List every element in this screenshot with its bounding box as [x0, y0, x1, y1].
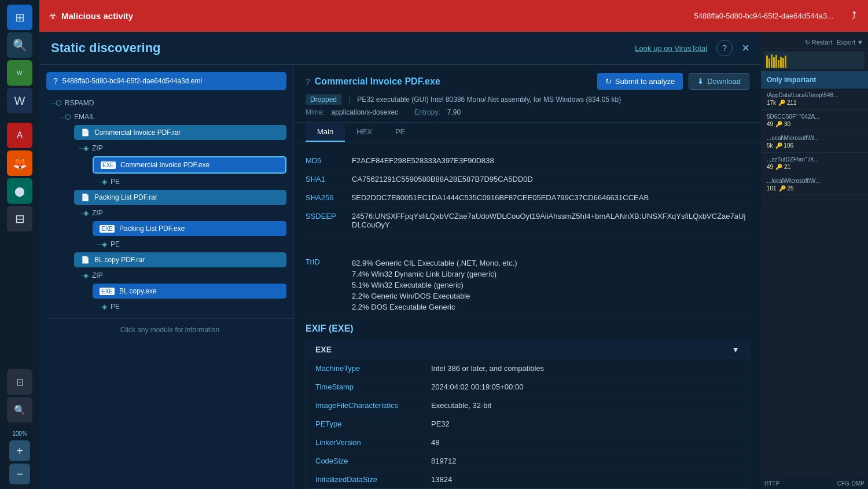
packing-exe-label: Packing List PDF.exe	[119, 225, 185, 233]
taskbar-icon-1[interactable]: 🔍	[7, 32, 32, 58]
exif-row-linkerversion: LinkerVersion 48	[306, 433, 749, 451]
top-bar: ☣ Malicious activity 5488ffa0-5d80-bc94-…	[39, 0, 868, 32]
taskbar-icon-0[interactable]: ⊞	[7, 5, 32, 30]
rspamd-node: ⬡ RSPAMD	[56, 96, 293, 110]
branch-commercial-rar: 📄 Commercial Invoice PDF.rar ◈ ZIP EXE	[74, 125, 293, 189]
tree-root-node[interactable]: ? 5488ffa0-5d80-bc94-65f2-dae64d544a3d.e…	[46, 72, 286, 90]
email-label: EMAIL	[74, 113, 95, 121]
zip-icon-2: ◈	[83, 271, 89, 280]
exif-val-codesize: 819712	[431, 457, 456, 465]
taskbar-icon-ff[interactable]: 🦊	[7, 150, 32, 176]
zip-node-1: ◈ ZIP	[83, 206, 293, 220]
exe-icon-selected: EXE	[101, 161, 116, 169]
entropy-label: Entropy:	[414, 108, 440, 116]
restart-btn[interactable]: ↻ Restart	[805, 39, 833, 46]
exif-key-initdatasize: InitializedDataSize	[315, 475, 431, 484]
modal-header-actions: Look up on VirusTotal ? ×	[635, 40, 749, 56]
taskbar: ⊞ 🔍 W W A 🦊 ⬤ ⊟ ⊡ 🔍 100% + −	[0, 0, 39, 489]
tab-main[interactable]: Main	[306, 123, 345, 142]
branch-pe-1: ◈ PE	[102, 237, 293, 251]
rp-entry-2: ...ocal\Microsoft\W... 5k🔑 106	[761, 131, 868, 153]
submit-button[interactable]: ↻ Submit to analyze	[597, 73, 683, 90]
exif-group-header[interactable]: EXE ▼	[306, 340, 749, 359]
virustotal-link[interactable]: Look up on VirusTotal	[635, 44, 707, 53]
zip-label-2: ZIP	[92, 271, 103, 280]
hash-value-sha1: CA75621291C5590580B88A28E587B7D95CA5DD0D	[352, 175, 749, 183]
trid-values: 82.9% Generic CIL Executable (.NET, Mono…	[352, 258, 517, 312]
exif-title: EXIF (EXE)	[306, 323, 749, 334]
taskbar-icon-bottom2[interactable]: 🔍	[7, 397, 32, 422]
share-icon[interactable]: ⤴	[851, 10, 856, 22]
taskbar-icon-2[interactable]: W	[7, 60, 32, 86]
exe-icon-2: EXE	[100, 288, 115, 295]
pe-icon-2: ◈	[102, 303, 107, 311]
mime-label: Mime:	[306, 108, 325, 116]
hash-value-sha256: 5ED2DDC7E80051EC1DA1444C535C0916BF87CEE0…	[352, 193, 749, 202]
taskbar-icon-chrome[interactable]: ⬤	[7, 178, 32, 204]
tree-item-packing-exe[interactable]: EXE Packing List PDF.exe	[93, 221, 286, 236]
hash-display: 5488ffa0-5d80-bc94-65f2-dae64d544a3...	[694, 12, 833, 20]
modal-body: ? 5488ffa0-5d80-bc94-65f2-dae64d544a3d.e…	[39, 65, 761, 489]
trid-entry-3: 2.2% Generic Win/DOS Executable	[352, 291, 517, 302]
pe-label-2: PE	[111, 303, 120, 311]
rar-icon-1: 📄	[81, 193, 90, 201]
exif-row-machinetype: MachineType Intel 386 or later, and comp…	[306, 359, 749, 377]
hash-key-ssdeep: SSDEEP	[306, 212, 352, 220]
file-meta: Dropped | PE32 executable (GUI) Intel 80…	[306, 94, 749, 105]
tree-item-bl-rar[interactable]: 📄 BL copy PDF.rar	[74, 252, 286, 267]
taskbar-icon-bottom1[interactable]: ⊡	[7, 369, 32, 395]
trid-entry-0: 82.9% Generic CIL Executable (.NET, Mono…	[352, 258, 517, 269]
branch-packing-exe: EXE Packing List PDF.exe ◈ PE	[93, 221, 293, 251]
tree-item-commercial-exe[interactable]: EXE Commercial Invoice PDF.exe	[93, 156, 286, 174]
branch-packing-rar: 📄 Packing List PDF.rar ◈ ZIP EXE	[74, 190, 293, 251]
rp-entry-4: ...local\Microsoft\W... 101🔑 25	[761, 174, 868, 196]
meta-separator: |	[348, 95, 350, 104]
hash-row-sha1: SHA1 CA75621291C5590580B88A28E587B7D95CA…	[306, 170, 749, 189]
modal-title: Static discovering	[51, 41, 161, 56]
tree-item-bl-exe[interactable]: EXE BL copy.exe	[93, 284, 286, 299]
exif-val-machinetype: Intel 386 or later, and compatibles	[431, 364, 544, 373]
only-important-label[interactable]: Only important	[761, 71, 868, 89]
packing-rar-label: Packing List PDF.rar	[94, 193, 157, 201]
download-icon: ⬇	[697, 77, 704, 86]
download-button[interactable]: ⬇ Download	[689, 73, 749, 90]
file-info-title-row: ? Commercial Invoice PDF.exe ↻ Submit to…	[306, 73, 749, 90]
branch-zip-2: ◈ ZIP EXE BL copy.exe ◈	[83, 269, 293, 314]
taskbar-icon-5[interactable]: ⊟	[7, 206, 32, 231]
file-description: PE32 executable (GUI) Intel 80386 Mono/.…	[357, 95, 621, 104]
exif-val-petype: PE32	[431, 420, 450, 428]
rp-tab-cfg[interactable]: CFG	[837, 480, 849, 487]
exif-key-linkerversion: LinkerVersion	[315, 438, 431, 447]
branch-zip-0: ◈ ZIP EXE Commercial Invoice PDF.exe	[83, 141, 293, 189]
submit-label: Submit to analyze	[615, 77, 675, 86]
taskbar-icon-adobe[interactable]: A	[7, 123, 32, 148]
zoom-level: 100%	[11, 429, 28, 438]
tab-hex[interactable]: HEX	[345, 123, 384, 142]
exif-row-petype: PEType PE32	[306, 414, 749, 433]
exif-row-initdatasize: InitializedDataSize 13824	[306, 470, 749, 488]
help-button[interactable]: ?	[716, 40, 733, 56]
exif-row-imgfilechar: ImageFileCharacteristics Executable, 32-…	[306, 396, 749, 414]
rp-tab-dmp[interactable]: DMP	[852, 480, 865, 487]
zoom-out-btn[interactable]: −	[9, 464, 30, 484]
rp-tab-http[interactable]: HTTP	[764, 480, 779, 487]
zip-icon-0: ◈	[83, 144, 89, 152]
pe-icon-1: ◈	[102, 240, 107, 248]
dropped-badge: Dropped	[306, 94, 341, 105]
tab-pe[interactable]: PE	[384, 123, 417, 142]
zip-label-0: ZIP	[92, 144, 103, 152]
tree-item-commercial-rar[interactable]: 📄 Commercial Invoice PDF.rar	[74, 125, 286, 140]
exif-key-petype: PEType	[315, 420, 431, 428]
close-button[interactable]: ×	[742, 42, 749, 54]
export-btn[interactable]: Export ▼	[837, 39, 863, 46]
hash-row-md5: MD5 F2ACF84EF298E528333A397E3F90D838	[306, 152, 749, 170]
tree-item-packing-rar[interactable]: 📄 Packing List PDF.rar	[74, 190, 286, 205]
exif-group: EXE ▼ MachineType Intel 386 or later, an…	[306, 340, 749, 489]
file-actions: ↻ Submit to analyze ⬇ Download	[597, 73, 749, 90]
email-node: ⬡ EMAIL	[65, 110, 293, 124]
zoom-in-btn[interactable]: +	[9, 440, 30, 461]
commercial-exe-label: Commercial Invoice PDF.exe	[120, 161, 209, 169]
tree-branch-rspamd: ⬡ RSPAMD ⬡ EMAIL 📄 Commercial Invoice PD…	[56, 96, 293, 314]
hash-value-md5: F2ACF84EF298E528333A397E3F90D838	[352, 156, 749, 165]
taskbar-icon-3[interactable]: W	[7, 88, 32, 113]
